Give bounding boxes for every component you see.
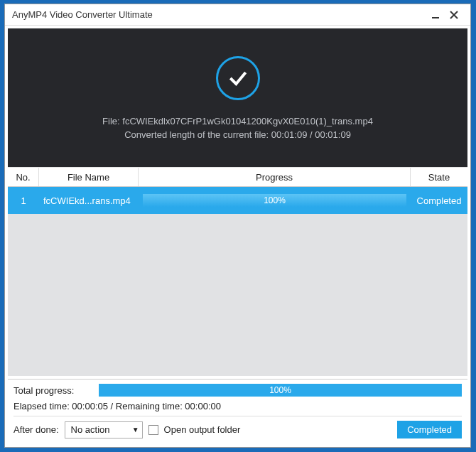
chevron-down-icon: ▼ bbox=[132, 426, 139, 434]
close-button[interactable] bbox=[445, 7, 463, 23]
status-hero: File: fcCWIEkdlx07CFrP1wGk01041200KgvX0E… bbox=[8, 28, 467, 167]
cell-state: Completed bbox=[411, 195, 467, 206]
column-progress: Progress bbox=[139, 168, 411, 186]
window-title: AnyMP4 Video Converter Ultimate bbox=[12, 9, 153, 20]
open-output-folder-checkbox[interactable] bbox=[148, 425, 158, 435]
cell-progress: 100% bbox=[139, 194, 411, 207]
minimize-button[interactable] bbox=[426, 7, 445, 23]
after-done-select[interactable]: No action ▼ bbox=[65, 421, 143, 438]
total-progress-label: Total progress: bbox=[13, 385, 99, 396]
table-body: 1 fcCWIEkd...rans.mp4 100% Completed bbox=[8, 187, 467, 376]
table-header: No. File Name Progress State bbox=[8, 167, 467, 187]
total-progress-bar: 100% bbox=[99, 384, 462, 397]
column-file-name: File Name bbox=[39, 168, 139, 186]
converted-length-label: Converted length of the current file: 00… bbox=[124, 129, 351, 140]
app-window: AnyMP4 Video Converter Ultimate File: fc… bbox=[4, 4, 471, 448]
after-done-label: After done: bbox=[13, 424, 59, 435]
cell-file-name: fcCWIEkd...rans.mp4 bbox=[39, 195, 139, 206]
table-row[interactable]: 1 fcCWIEkd...rans.mp4 100% Completed bbox=[8, 187, 467, 214]
row-progress-bar: 100% bbox=[143, 194, 406, 207]
after-done-value: No action bbox=[71, 424, 110, 435]
column-state: State bbox=[411, 168, 467, 186]
footer: Total progress: 100% Elapsed time: 00:00… bbox=[8, 379, 467, 444]
total-progress-text: 100% bbox=[99, 384, 462, 397]
cell-no: 1 bbox=[8, 195, 39, 206]
column-no: No. bbox=[8, 168, 39, 186]
elapsed-remaining-label: Elapsed time: 00:00:05 / Remaining time:… bbox=[13, 401, 462, 416]
total-progress-row: Total progress: 100% bbox=[13, 384, 462, 397]
current-file-label: File: fcCWIEkdlx07CFrP1wGk01041200KgvX0E… bbox=[102, 116, 373, 127]
completed-button[interactable]: Completed bbox=[397, 421, 462, 438]
titlebar: AnyMP4 Video Converter Ultimate bbox=[5, 4, 470, 26]
open-output-folder-label: Open output folder bbox=[164, 424, 241, 435]
after-done-row: After done: No action ▼ Open output fold… bbox=[13, 421, 462, 438]
row-progress-text: 100% bbox=[143, 194, 406, 207]
checkmark-circle-icon bbox=[216, 56, 260, 100]
